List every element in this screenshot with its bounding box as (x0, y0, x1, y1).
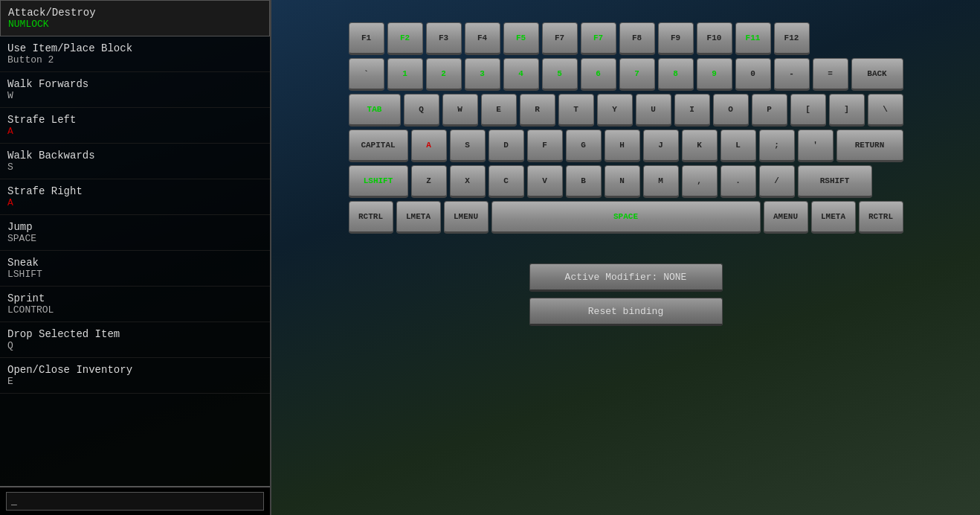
key-d[interactable]: D (489, 129, 524, 162)
active-modifier-button[interactable]: Active Modifier: NONE (529, 263, 723, 292)
key-m[interactable]: M (643, 165, 679, 198)
key-lmenu[interactable]: LMENU (444, 201, 489, 234)
key-f3[interactable]: F3 (426, 22, 462, 55)
binding-item[interactable]: SprintLCONTROL (0, 287, 270, 322)
key-r[interactable]: R (520, 94, 555, 127)
action-name: Strafe Left (7, 114, 262, 126)
key-slash[interactable]: / (759, 165, 795, 198)
binding-item[interactable]: Use Item/Place BlockButton 2 (0, 36, 270, 72)
key-rbracket[interactable]: ] (829, 94, 865, 127)
key-p[interactable]: P (752, 94, 787, 127)
key-return[interactable]: RETURN (836, 129, 903, 162)
key-f11[interactable]: F11 (735, 22, 771, 55)
key-tab[interactable]: TAB (349, 94, 401, 127)
binding-item[interactable]: SneakLSHIFT (0, 251, 270, 287)
key-0[interactable]: 0 (735, 58, 771, 91)
key-s[interactable]: S (450, 129, 486, 162)
fkey-row: F1 F2 F3 F4 F5 F7 F7 F8 F9 F10 F11 F12 (349, 22, 903, 55)
key-q[interactable]: Q (404, 94, 439, 127)
key-f[interactable]: F (527, 129, 563, 162)
key-space[interactable]: SPACE (491, 201, 761, 234)
key-i[interactable]: I (674, 94, 710, 127)
key-v[interactable]: V (527, 165, 563, 198)
key-f7[interactable]: F7 (581, 22, 616, 55)
key-rctrl2[interactable]: RCTRL (859, 201, 903, 234)
key-3[interactable]: 3 (465, 58, 500, 91)
key-2[interactable]: 2 (426, 58, 462, 91)
binding-item[interactable]: Drop Selected ItemQ (0, 322, 270, 358)
key-n[interactable]: N (605, 165, 640, 198)
key-binding-value: W (7, 90, 262, 101)
key-caps[interactable]: CAPITAL (349, 129, 408, 162)
key-backslash[interactable]: \ (868, 94, 903, 127)
search-input[interactable] (6, 492, 264, 511)
key-rctrl[interactable]: RCTRL (349, 201, 393, 234)
key-9[interactable]: 9 (697, 58, 732, 91)
action-name: Sprint (7, 292, 262, 304)
action-name: Open/Close Inventory (7, 364, 262, 376)
key-x[interactable]: X (450, 165, 486, 198)
key-h[interactable]: H (605, 129, 640, 162)
binding-item[interactable]: JumpSPACE (0, 215, 270, 251)
key-5[interactable]: 5 (542, 58, 578, 91)
key-1[interactable]: 1 (387, 58, 423, 91)
key-a[interactable]: A (411, 129, 447, 162)
key-g[interactable]: G (566, 129, 602, 162)
key-8[interactable]: 8 (658, 58, 694, 91)
key-w[interactable]: W (442, 94, 478, 127)
key-rmenu[interactable]: AMENU (764, 201, 808, 234)
action-name: Drop Selected Item (7, 328, 262, 340)
key-backtick[interactable]: ` (349, 58, 384, 91)
bottom-row: RCTRL LMETA LMENU SPACE AMENU LMETA RCTR… (349, 201, 903, 234)
bindings-panel: Attack/DestroyNUMLOCKUse Item/Place Bloc… (0, 0, 271, 515)
key-y[interactable]: Y (597, 94, 633, 127)
reset-binding-button[interactable]: Reset binding (529, 298, 723, 326)
key-e[interactable]: E (481, 94, 517, 127)
key-f2[interactable]: F2 (387, 22, 423, 55)
key-minus[interactable]: - (774, 58, 810, 91)
action-name: Walk Forwards (7, 78, 262, 90)
key-f12[interactable]: F12 (774, 22, 810, 55)
bottom-buttons: Active Modifier: NONE Reset binding (529, 263, 723, 326)
key-binding-value: A (7, 197, 262, 208)
key-rmeta[interactable]: LMETA (811, 201, 856, 234)
binding-item[interactable]: Open/Close InventoryE (0, 358, 270, 394)
key-k[interactable]: K (682, 129, 718, 162)
key-j[interactable]: J (643, 129, 679, 162)
key-6[interactable]: 6 (581, 58, 616, 91)
key-comma[interactable]: , (682, 165, 718, 198)
qwerty-row: TAB Q W E R T Y U I O P [ ] \ (349, 94, 903, 127)
key-f9[interactable]: F9 (658, 22, 694, 55)
key-b[interactable]: B (566, 165, 602, 198)
key-binding-value: S (7, 161, 262, 173)
key-u[interactable]: U (636, 94, 671, 127)
key-f5[interactable]: F5 (503, 22, 539, 55)
key-apostrophe[interactable]: ' (798, 129, 834, 162)
key-o[interactable]: O (713, 94, 749, 127)
key-lbracket[interactable]: [ (790, 94, 826, 127)
key-lmeta[interactable]: LMETA (396, 201, 441, 234)
key-z[interactable]: Z (411, 165, 447, 198)
binding-item[interactable]: Strafe RightA (0, 179, 270, 215)
binding-item[interactable]: Walk ForwardsW (0, 72, 270, 108)
key-c[interactable]: C (489, 165, 524, 198)
key-backspace[interactable]: BACK (851, 58, 903, 91)
binding-item[interactable]: Strafe LeftA (0, 108, 270, 144)
key-l[interactable]: L (721, 129, 756, 162)
key-f8[interactable]: F8 (619, 22, 655, 55)
key-period[interactable]: . (721, 165, 756, 198)
key-equals[interactable]: = (813, 58, 848, 91)
key-4[interactable]: 4 (503, 58, 539, 91)
binding-item[interactable]: Attack/DestroyNUMLOCK (0, 0, 270, 36)
key-t[interactable]: T (558, 94, 594, 127)
key-semicolon[interactable]: ; (759, 129, 795, 162)
binding-item[interactable]: Walk BackwardsS (0, 144, 270, 179)
key-f4[interactable]: F4 (465, 22, 500, 55)
key-f10[interactable]: F10 (697, 22, 732, 55)
key-lshift[interactable]: LSHIFT (349, 165, 408, 198)
key-7[interactable]: 7 (619, 58, 655, 91)
key-f6[interactable]: F7 (542, 22, 578, 55)
key-rshift[interactable]: RSHIFT (798, 165, 872, 198)
bindings-list: Attack/DestroyNUMLOCKUse Item/Place Bloc… (0, 0, 270, 394)
key-f1[interactable]: F1 (349, 22, 384, 55)
